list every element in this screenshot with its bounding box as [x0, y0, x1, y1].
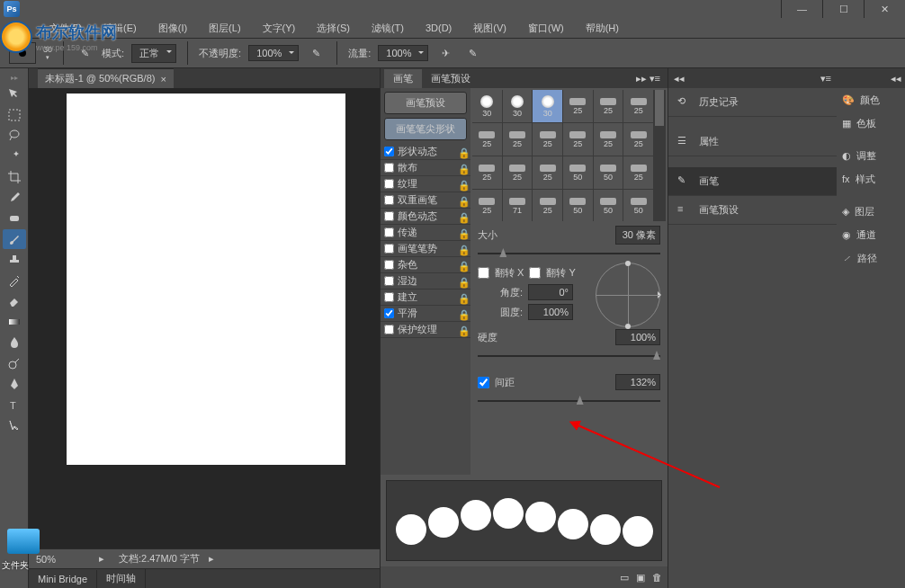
tab-timeline[interactable]: 时间轴	[97, 568, 146, 588]
row-checkbox[interactable]	[384, 147, 394, 156]
brush-tip[interactable]: 25	[533, 190, 562, 221]
brush-tip[interactable]: 25	[472, 156, 502, 189]
crop-tool[interactable]	[3, 167, 26, 187]
flip-y-checkbox[interactable]	[529, 267, 541, 279]
brush-tip[interactable]: 25	[533, 123, 562, 156]
panel-layers[interactable]: ◈图层	[837, 200, 905, 223]
lasso-tool[interactable]	[3, 126, 26, 146]
menu-help[interactable]: 帮助(H)	[577, 20, 628, 37]
lock-icon[interactable]: 🔒	[458, 147, 467, 156]
lock-icon[interactable]: 🔒	[458, 261, 467, 270]
lock-icon[interactable]: 🔒	[458, 228, 467, 237]
collapse-icon[interactable]: ◂◂	[674, 73, 685, 85]
brush-tip[interactable]: 25	[472, 190, 502, 221]
gradient-tool[interactable]	[3, 312, 26, 332]
brush-tip-grid[interactable]: 3030302525252525252525252525255050252571…	[472, 90, 653, 221]
flow-input[interactable]: 100%	[378, 45, 428, 61]
brush-option-row[interactable]: 画笔笔势🔒	[381, 241, 470, 257]
row-checkbox[interactable]	[384, 179, 394, 189]
brush-tip[interactable]: 30	[472, 90, 502, 122]
panel-paths[interactable]: ⟋路径	[837, 246, 905, 270]
close-button[interactable]: ✕	[864, 0, 905, 18]
brush-tip[interactable]: 25	[472, 123, 502, 156]
lock-icon[interactable]: 🔒	[458, 196, 467, 205]
brush-tip[interactable]: 50	[563, 156, 593, 189]
brush-option-row[interactable]: 颜色动态🔒	[381, 209, 470, 225]
spacing-slider[interactable]	[478, 394, 660, 408]
row-checkbox[interactable]	[384, 276, 394, 286]
brush-option-row[interactable]: 纹理🔒	[381, 176, 470, 192]
brush-option-row[interactable]: 传递🔒	[381, 225, 470, 241]
size-slider[interactable]	[478, 246, 660, 261]
spacing-input[interactable]: 132%	[615, 374, 660, 390]
lock-icon[interactable]: 🔒	[458, 164, 467, 173]
dodge-tool[interactable]	[3, 353, 26, 373]
row-checkbox[interactable]	[384, 163, 394, 173]
lock-icon[interactable]: 🔒	[458, 325, 467, 334]
panel-styles[interactable]: fx样式	[837, 167, 905, 191]
lock-icon[interactable]: 🔒	[458, 245, 467, 254]
panel-menu-icon[interactable]: ▸▸ ▾≡	[629, 73, 668, 85]
desktop-folder-icon[interactable]	[7, 529, 40, 554]
menu-view[interactable]: 视图(V)	[464, 20, 515, 37]
collapse-icon[interactable]: ◂◂	[891, 73, 901, 85]
menu-type[interactable]: 文字(Y)	[254, 20, 305, 37]
row-checkbox[interactable]	[384, 227, 394, 237]
eraser-tool[interactable]	[3, 291, 26, 311]
lock-icon[interactable]: 🔒	[458, 212, 467, 221]
lock-icon[interactable]: 🔒	[458, 293, 467, 302]
menu-window[interactable]: 窗口(W)	[519, 20, 573, 37]
trash-icon[interactable]: 🗑	[652, 572, 662, 583]
wand-tool[interactable]	[3, 147, 26, 166]
lock-icon[interactable]: 🔒	[458, 180, 467, 189]
row-checkbox[interactable]	[384, 260, 394, 270]
roundness-input[interactable]: 100%	[528, 304, 573, 320]
size-input[interactable]: 30 像素	[615, 226, 660, 245]
lock-icon[interactable]: 🔒	[458, 309, 467, 318]
brush-tip[interactable]: 25	[623, 90, 653, 122]
hardness-slider[interactable]	[478, 349, 660, 363]
row-checkbox[interactable]	[384, 244, 394, 254]
tip-scrollbar[interactable]	[653, 90, 666, 221]
hardness-input[interactable]: 100%	[615, 329, 660, 345]
stamp-tool[interactable]	[3, 250, 26, 270]
brush-tip[interactable]: 25	[594, 123, 623, 156]
brush-tip[interactable]: 25	[563, 90, 593, 122]
brush-option-row[interactable]: 保护纹理🔒	[381, 322, 470, 338]
menu-layer[interactable]: 图层(L)	[200, 20, 249, 37]
row-checkbox[interactable]	[384, 195, 394, 205]
panel-menu-icon[interactable]: ▾≡	[820, 73, 831, 85]
menu-3d[interactable]: 3D(D)	[417, 21, 461, 35]
flip-x-checkbox[interactable]	[478, 267, 489, 279]
brush-tip[interactable]: 50	[594, 190, 623, 221]
eyedropper-tool[interactable]	[3, 188, 26, 208]
brush-tip[interactable]: 25	[503, 156, 533, 189]
flow-pressure-icon[interactable]: ✎	[462, 43, 482, 63]
tab-mini-bridge[interactable]: Mini Bridge	[29, 570, 97, 588]
marquee-tool[interactable]	[3, 105, 26, 125]
text-tool[interactable]: T	[3, 395, 26, 414]
panel-history[interactable]: ⟲历史记录	[668, 88, 837, 117]
blur-tool[interactable]	[3, 333, 26, 352]
airbrush-icon[interactable]: ✈	[435, 43, 455, 63]
brush-tip[interactable]: 25	[623, 156, 653, 189]
path-select-tool[interactable]	[3, 415, 26, 435]
panel-color[interactable]: 🎨颜色	[837, 88, 905, 111]
panel-channels[interactable]: ◉通道	[837, 223, 905, 246]
row-checkbox[interactable]	[384, 308, 394, 318]
brush-tip[interactable]: 25	[533, 156, 562, 189]
brush-tip[interactable]: 50	[623, 190, 653, 221]
brush-tip[interactable]: 25	[503, 123, 533, 156]
maximize-button[interactable]: ☐	[822, 0, 864, 18]
brush-tip[interactable]: 25	[563, 123, 593, 156]
brush-option-row[interactable]: 建立🔒	[381, 290, 470, 306]
row-checkbox[interactable]	[384, 292, 394, 302]
brush-tip[interactable]: 50	[563, 190, 593, 221]
spacing-checkbox[interactable]	[478, 377, 489, 388]
angle-input[interactable]: 0°	[528, 284, 573, 300]
menu-filter[interactable]: 滤镜(T)	[363, 20, 413, 37]
row-checkbox[interactable]	[384, 325, 394, 334]
brush-tip[interactable]: 71	[503, 190, 533, 221]
brush-tip[interactable]: 50	[594, 156, 623, 189]
brush-option-row[interactable]: 散布🔒	[381, 160, 470, 176]
